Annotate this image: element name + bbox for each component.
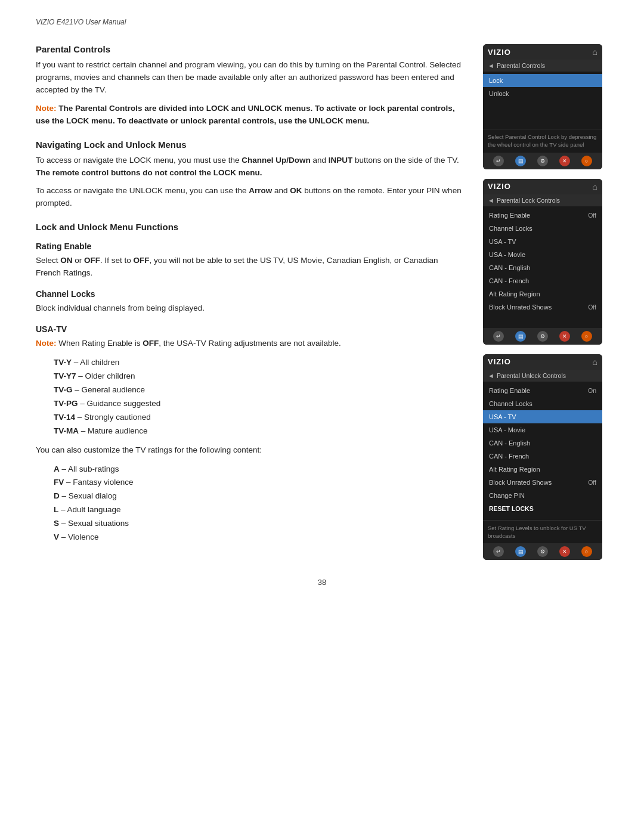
back-arrow-2: ◄ bbox=[488, 197, 494, 204]
rating-enable-text: Select ON or OFF. If set to OFF, you wil… bbox=[36, 255, 465, 280]
list-item: A – All sub-ratings bbox=[54, 463, 465, 476]
tv-menu-item[interactable]: USA - Movie bbox=[483, 423, 602, 436]
tv-btn-close[interactable]: ✕ bbox=[559, 331, 570, 342]
tv-ratings-list: TV-Y – All children TV-Y7 – Older childr… bbox=[36, 356, 465, 438]
menu-item-label: Lock bbox=[489, 77, 503, 84]
usa-tv-note-label: Note: bbox=[36, 339, 57, 348]
manual-header: VIZIO E421VO User Manual bbox=[36, 18, 608, 26]
list-item: TV-Y – All children bbox=[54, 356, 465, 370]
tv-btn-menu[interactable]: ▤ bbox=[515, 331, 526, 342]
list-item: D – Sexual dialog bbox=[54, 490, 465, 503]
tv-menu-item[interactable]: Unlock bbox=[483, 87, 602, 100]
tv-screen-1: VIZIO ⌂ ◄ Parental Controls Lock Unlock bbox=[483, 44, 602, 169]
tv-spacer-2 bbox=[483, 316, 602, 328]
tv-menu-list-2: Rating Enable Off Channel Locks USA - TV… bbox=[483, 206, 602, 316]
menu-item-label: Block Unrated Shows bbox=[489, 304, 552, 311]
menu-item-value: Off bbox=[588, 212, 596, 219]
menu-item-label: Channel Locks bbox=[489, 400, 532, 407]
tv-breadcrumb-3: ◄ Parental Unlock Controls bbox=[483, 370, 602, 382]
tv-menu-item[interactable]: CAN - English bbox=[483, 261, 602, 274]
tv-menu-item[interactable]: USA - TV bbox=[483, 235, 602, 248]
menu-item-label: Unlock bbox=[489, 90, 509, 97]
navigating-para1: To access or navigate the LOCK menu, you… bbox=[36, 154, 465, 179]
tv-menu-list-3: Rating Enable On Channel Locks USA - TV … bbox=[483, 382, 602, 518]
content-area: Parental Controls If you want to restric… bbox=[36, 44, 608, 560]
tv-menu-item[interactable]: USA - Movie bbox=[483, 248, 602, 261]
menu-item-label: CAN - English bbox=[489, 264, 530, 271]
tv-btn-menu[interactable]: ▤ bbox=[515, 156, 526, 166]
list-item: FV – Fantasy violence bbox=[54, 476, 465, 490]
tv-menu-item[interactable]: Change PIN bbox=[483, 489, 602, 502]
menu-item-label: Block Unrated Shows bbox=[489, 479, 552, 486]
tv-menu-list-1: Lock Unlock bbox=[483, 72, 602, 103]
tv-menu-item[interactable]: Block Unrated Shows Off bbox=[483, 476, 602, 489]
back-arrow-1: ◄ bbox=[488, 62, 494, 69]
tv-menu-item[interactable]: Rating Enable On bbox=[483, 384, 602, 397]
tv-screen-3: VIZIO ⌂ ◄ Parental Unlock Controls Ratin… bbox=[483, 354, 602, 561]
menu-item-label: Rating Enable bbox=[489, 387, 530, 394]
list-item: TV-14 – Strongly cautioned bbox=[54, 411, 465, 425]
tv-btn-settings[interactable]: ⚙ bbox=[537, 156, 548, 166]
tv-btn-close[interactable]: ✕ bbox=[559, 156, 570, 166]
usa-tv-subtitle: USA-TV bbox=[36, 324, 465, 334]
back-arrow-3: ◄ bbox=[488, 372, 494, 379]
channel-locks-subtitle: Channel Locks bbox=[36, 289, 465, 299]
tv-btn-menu[interactable]: ▤ bbox=[515, 546, 526, 557]
tv-bottom-bar-1: ↵ ▤ ⚙ ✕ ○ bbox=[483, 153, 602, 169]
tv-top-bar-2: VIZIO ⌂ bbox=[483, 179, 602, 194]
tv-spacer-1 bbox=[483, 103, 602, 126]
home-icon-3: ⌂ bbox=[593, 357, 597, 367]
vizio-logo-1: VIZIO bbox=[488, 48, 511, 57]
list-item: TV-PG – Guidance suggested bbox=[54, 397, 465, 411]
menu-item-label: CAN - English bbox=[489, 439, 530, 447]
tv-btn-close[interactable]: ✕ bbox=[559, 546, 570, 557]
page-wrapper: VIZIO E421VO User Manual Parental Contro… bbox=[0, 0, 644, 623]
tv-screen-2: VIZIO ⌂ ◄ Parental Lock Controls Rating … bbox=[483, 179, 602, 345]
tv-menu-item[interactable]: CAN - English bbox=[483, 436, 602, 450]
sub-ratings-list: A – All sub-ratings FV – Fantasy violenc… bbox=[36, 463, 465, 545]
navigating-para2: To access or navigate the UNLOCK menu, y… bbox=[36, 185, 465, 210]
home-icon-1: ⌂ bbox=[593, 47, 597, 57]
tv-menu-item[interactable]: Rating Enable Off bbox=[483, 209, 602, 222]
tv-menu-item[interactable]: USA - TV bbox=[483, 410, 602, 423]
sub-ratings-intro: You can also customize the TV ratings fo… bbox=[36, 444, 465, 457]
list-item: L – Adult language bbox=[54, 503, 465, 517]
tv-btn-back[interactable]: ↵ bbox=[493, 331, 504, 342]
tv-footer-text-3: Set Rating Levels to unblock for US TV b… bbox=[483, 520, 602, 544]
tv-menu-item[interactable]: Channel Locks bbox=[483, 222, 602, 235]
list-item: TV-Y7 – Older children bbox=[54, 370, 465, 383]
menu-item-label: USA - Movie bbox=[489, 426, 525, 433]
tv-menu-item[interactable]: CAN - French bbox=[483, 274, 602, 287]
tv-menu-item[interactable]: Alt Rating Region bbox=[483, 287, 602, 301]
menu-item-label: CAN - French bbox=[489, 453, 529, 460]
list-item: TV-MA – Mature audience bbox=[54, 425, 465, 438]
tv-top-bar-1: VIZIO ⌂ bbox=[483, 44, 602, 60]
tv-btn-back[interactable]: ↵ bbox=[493, 156, 504, 166]
tv-menu-item[interactable]: Block Unrated Shows Off bbox=[483, 301, 602, 314]
tv-btn-ok[interactable]: ○ bbox=[581, 156, 592, 166]
bc-text-3: Parental Unlock Controls bbox=[497, 372, 566, 379]
tv-btn-ok[interactable]: ○ bbox=[581, 331, 592, 342]
tv-menu-item[interactable]: Lock bbox=[483, 74, 602, 87]
tv-btn-back[interactable]: ↵ bbox=[493, 546, 504, 557]
vizio-logo-2: VIZIO bbox=[488, 182, 511, 191]
menu-item-label: Change PIN bbox=[489, 492, 525, 499]
page-number: 38 bbox=[36, 578, 608, 587]
home-icon-2: ⌂ bbox=[593, 182, 597, 191]
usa-tv-note: Note: When Rating Enable is OFF, the USA… bbox=[36, 337, 465, 350]
text-column: Parental Controls If you want to restric… bbox=[36, 44, 465, 560]
tv-menu-item[interactable]: CAN - French bbox=[483, 450, 602, 463]
tv-menu-item-reset-locks[interactable]: RESET LOCKS bbox=[483, 502, 602, 515]
tv-menu-item[interactable]: Channel Locks bbox=[483, 397, 602, 410]
tv-menu-item[interactable]: Alt Rating Region bbox=[483, 463, 602, 476]
menu-item-label: Channel Locks bbox=[489, 225, 532, 232]
header-title: VIZIO E421VO User Manual bbox=[36, 18, 126, 26]
navigating-title: Navigating Lock and Unlock Menus bbox=[36, 140, 465, 150]
tv-btn-settings[interactable]: ⚙ bbox=[537, 331, 548, 342]
menu-item-label: RESET LOCKS bbox=[489, 505, 534, 512]
list-item: V – Violence bbox=[54, 531, 465, 544]
usa-tv-note-text: When Rating Enable is OFF, the USA-TV Ra… bbox=[58, 339, 340, 348]
tv-btn-ok[interactable]: ○ bbox=[581, 546, 592, 557]
tv-bottom-bar-3: ↵ ▤ ⚙ ✕ ○ bbox=[483, 543, 602, 560]
tv-btn-settings[interactable]: ⚙ bbox=[537, 546, 548, 557]
